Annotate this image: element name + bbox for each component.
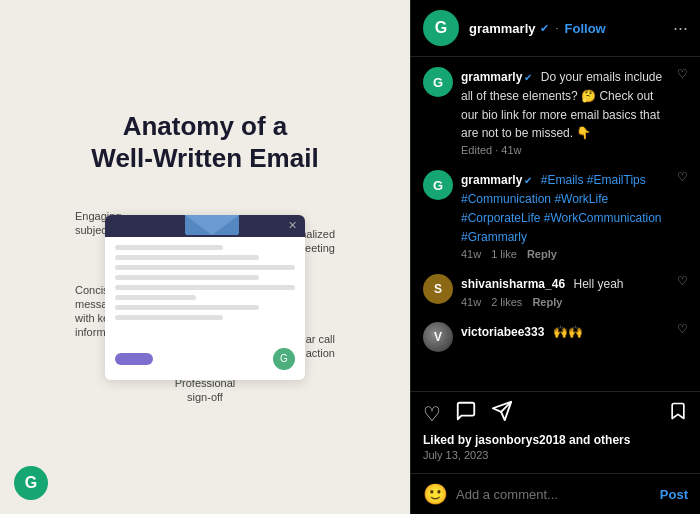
comment-body-3: shivanisharma_46 Hell yeah 41w 2 likes R… xyxy=(461,274,669,308)
comment-time-2: 41w xyxy=(461,248,481,260)
comment-edited-1: Edited · 41w xyxy=(461,144,669,156)
comment-time-3: 41w xyxy=(461,296,481,308)
comment-input[interactable] xyxy=(456,487,652,502)
ig-header: G grammarly ✔ · Follow ··· xyxy=(411,0,700,57)
more-options-button[interactable]: ··· xyxy=(673,18,688,39)
email-line-5 xyxy=(115,285,295,290)
comment-body-1: grammarly✔ Do your emails include all of… xyxy=(461,67,669,156)
comment-text-3: Hell yeah xyxy=(574,277,624,291)
comment-meta-3: 41w 2 likes Reply xyxy=(461,296,669,308)
email-window: ✕ G xyxy=(105,215,305,380)
comment-item-2: G grammarly✔ #Emails #EmailTips #Communi… xyxy=(423,170,688,260)
liked-username[interactable]: jasonborys2018 xyxy=(475,433,566,447)
email-body xyxy=(105,237,305,331)
comment-text-4: 🙌🙌 xyxy=(553,325,583,339)
title-line1: Anatomy of a xyxy=(123,111,288,141)
comment-item: G grammarly✔ Do your emails include all … xyxy=(423,67,688,156)
comment-item-3: S shivanisharma_46 Hell yeah 41w 2 likes… xyxy=(423,274,688,308)
header-avatar: G xyxy=(423,10,459,46)
comment-reply-2[interactable]: Reply xyxy=(527,248,557,260)
comment-icon[interactable] xyxy=(455,400,477,427)
comment-username-2[interactable]: grammarly xyxy=(461,173,522,187)
emoji-button[interactable]: 🙂 xyxy=(423,482,448,506)
label-professional: Professionalsign-off xyxy=(175,376,236,405)
comment-likes-2: 1 like xyxy=(491,248,517,260)
comment-avatar-shivani: S xyxy=(423,274,453,304)
comment-username-3[interactable]: shivanisharma_46 xyxy=(461,277,565,291)
post-comment-button[interactable]: Post xyxy=(660,487,688,502)
heart-icon-4[interactable]: ♡ xyxy=(677,322,688,352)
header-info: grammarly ✔ · Follow xyxy=(469,21,606,36)
bookmark-icon[interactable] xyxy=(668,400,688,427)
email-line-1 xyxy=(115,245,223,250)
comment-likes-3: 2 likes xyxy=(491,296,522,308)
heart-icon-1[interactable]: ♡ xyxy=(677,67,688,156)
title-line2: Well-Written Email xyxy=(91,143,318,173)
post-title: Anatomy of a Well-Written Email xyxy=(91,110,318,175)
separator-dot: · xyxy=(555,22,558,34)
like-icon[interactable]: ♡ xyxy=(423,402,441,426)
add-comment-bar: 🙂 Post xyxy=(411,473,700,514)
header-row1: grammarly ✔ · Follow xyxy=(469,21,606,36)
comment-body-4: victoriabee333 🙌🙌 xyxy=(461,322,669,352)
email-diagram: Engagingsubject line Personalizedgreetin… xyxy=(75,195,335,405)
email-line-6 xyxy=(115,295,196,300)
email-cta-button xyxy=(115,353,153,365)
email-send-button: G xyxy=(273,348,295,370)
comment-avatar-victoria: V xyxy=(423,322,453,352)
action-icons: ♡ xyxy=(423,400,688,427)
comment-username-4[interactable]: victoriabee333 xyxy=(461,325,544,339)
post-date: July 13, 2023 xyxy=(423,449,688,461)
follow-button[interactable]: Follow xyxy=(565,21,606,36)
left-panel: Anatomy of a Well-Written Email Engaging… xyxy=(0,0,410,514)
comment-avatar-grammarly1: G xyxy=(423,67,453,97)
header-username[interactable]: grammarly xyxy=(469,21,535,36)
comment-meta-2: 41w 1 like Reply xyxy=(461,248,669,260)
close-icon: ✕ xyxy=(288,219,297,232)
comment-reply-3[interactable]: Reply xyxy=(532,296,562,308)
email-line-2 xyxy=(115,255,259,260)
email-line-3 xyxy=(115,265,295,270)
heart-icon-2[interactable]: ♡ xyxy=(677,170,688,260)
right-panel: G grammarly ✔ · Follow ··· G grammarly✔ … xyxy=(410,0,700,514)
comment-avatar-grammarly2: G xyxy=(423,170,453,200)
email-envelope xyxy=(185,215,239,237)
comment-username-1[interactable]: grammarly xyxy=(461,70,522,84)
email-line-8 xyxy=(115,315,223,320)
comments-area[interactable]: G grammarly✔ Do your emails include all … xyxy=(411,57,700,391)
email-line-7 xyxy=(115,305,259,310)
comment-item-4: V victoriabee333 🙌🙌 ♡ xyxy=(423,322,688,352)
share-icon[interactable] xyxy=(491,400,513,427)
heart-icon-3[interactable]: ♡ xyxy=(677,274,688,308)
email-line-4 xyxy=(115,275,259,280)
grammarly-logo-left: G xyxy=(14,466,48,500)
comment-body-2: grammarly✔ #Emails #EmailTips #Communica… xyxy=(461,170,669,260)
liked-by: Liked by jasonborys2018 and others xyxy=(423,433,688,447)
email-footer: G xyxy=(115,348,295,370)
action-bar: ♡ Liked by jasonborys2018 and others xyxy=(411,391,700,473)
verified-badge: ✔ xyxy=(540,22,549,35)
